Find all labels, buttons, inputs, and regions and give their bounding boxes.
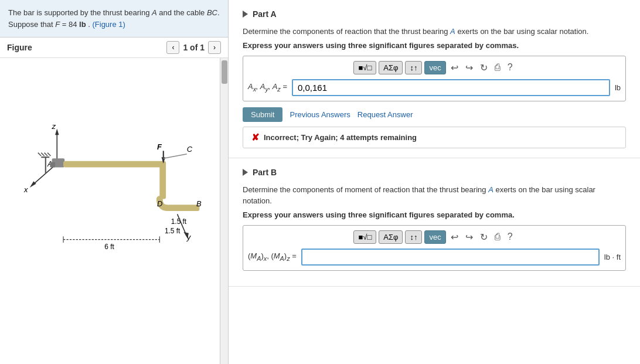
svg-text:C: C (187, 145, 193, 154)
part-b-toolbar-btn-vec[interactable]: vec (424, 230, 445, 244)
svg-rect-12 (168, 205, 199, 211)
toolbar-btn-matrix[interactable]: ■√□ (353, 61, 376, 74)
part-a-input-row: Ax, Ay, Az = lb (248, 79, 621, 96)
part-a-toolbar: ■√□ ΑΣφ ↕↑ vec ↩ ↪ ↻ ⎙ ? (248, 61, 621, 74)
part-a-prev-answers-link[interactable]: Previous Answers (290, 110, 350, 119)
figure-header: Figure ‹ 1 of 1 › (0, 38, 228, 58)
part-b-toolbar-btn-matrix[interactable]: ■√□ (353, 230, 376, 244)
right-panel: Part A Determine the components of react… (229, 0, 640, 364)
left-panel: The bar is supported by the thrust beari… (0, 0, 229, 364)
svg-text:6 ft: 6 ft (104, 243, 114, 251)
part-a-unit: lb (615, 83, 621, 92)
figure-link[interactable]: (Figure 1) (92, 20, 125, 29)
part-a-feedback-box: ✘ Incorrect; Try Again; 4 attempts remai… (243, 127, 626, 148)
part-b-header: Part B (243, 168, 626, 177)
svg-text:D: D (157, 199, 162, 208)
toolbar-redo-btn[interactable]: ↪ (463, 61, 475, 74)
part-a-header: Part A (243, 9, 626, 19)
part-b-section: Part B Determine the components of momen… (229, 158, 640, 287)
svg-rect-10 (63, 161, 165, 168)
figure-area: z x A D B (0, 58, 228, 364)
figure-label: Figure (7, 43, 32, 52)
part-b-toolbar-btn-greek[interactable]: ΑΣφ (379, 230, 403, 244)
collapse-icon-b[interactable] (243, 169, 248, 176)
part-a-request-answer-link[interactable]: Request Answer (358, 110, 413, 119)
svg-text:B: B (196, 199, 202, 208)
part-b-description: Determine the components of moment of re… (243, 184, 626, 207)
figure-next-btn[interactable]: › (208, 41, 221, 54)
part-b-toolbar-redo-btn[interactable]: ↪ (463, 230, 475, 244)
part-b-toolbar-btn-arrows[interactable]: ↕↑ (405, 230, 422, 244)
svg-text:1.5 ft: 1.5 ft (165, 227, 181, 235)
toolbar-undo-btn[interactable]: ↩ (448, 61, 461, 74)
part-a-feedback-text: Incorrect; Try Again; 4 attempts remaini… (264, 133, 417, 142)
toolbar-reset-btn[interactable]: ↻ (478, 61, 490, 74)
part-b-instruction: Express your answers using three signifi… (243, 210, 626, 219)
part-b-unit: lb · ft (604, 253, 621, 261)
part-a-section: Part A Determine the components of react… (229, 0, 640, 158)
part-a-submit-btn[interactable]: Submit (243, 107, 282, 122)
part-b-label: Part B (253, 168, 277, 177)
figure-prev-btn[interactable]: ‹ (166, 41, 179, 54)
figure-scrollbar[interactable] (220, 58, 228, 364)
figure-svg: z x A D B (0, 58, 228, 364)
svg-rect-11 (159, 161, 166, 199)
part-b-toolbar-reset-btn[interactable]: ↻ (478, 230, 490, 244)
toolbar-btn-greek[interactable]: ΑΣφ (379, 61, 403, 74)
part-a-input-label: Ax, Ay, Az = (248, 82, 287, 93)
part-a-input[interactable] (292, 79, 610, 96)
toolbar-btn-arrows[interactable]: ↕↑ (405, 61, 422, 74)
toolbar-keyboard-btn[interactable]: ⎙ (492, 61, 503, 74)
part-b-toolbar-help-btn[interactable]: ? (505, 230, 515, 243)
part-a-label: Part A (253, 9, 277, 19)
toolbar-help-btn[interactable]: ? (505, 61, 515, 74)
part-a-submit-row: Submit Previous Answers Request Answer (243, 107, 626, 122)
incorrect-icon: ✘ (251, 132, 259, 143)
part-b-input[interactable] (301, 249, 600, 266)
part-b-input-row: (MA)x, (MA)z = lb · ft (248, 249, 621, 266)
figure-nav-label: 1 of 1 (183, 43, 205, 52)
part-b-toolbar: ■√□ ΑΣφ ↕↑ vec ↩ ↪ ↻ ⎙ ? (248, 230, 621, 244)
part-a-description: Determine the components of reaction tha… (243, 26, 626, 38)
part-b-input-label: (MA)x, (MA)z = (248, 251, 297, 262)
part-a-answer-box: ■√□ ΑΣφ ↕↑ vec ↩ ↪ ↻ ⎙ ? Ax, Ay, Az = lb (243, 56, 626, 101)
part-a-instruction: Express your answers using three signifi… (243, 41, 626, 50)
part-b-toolbar-undo-btn[interactable]: ↩ (448, 230, 461, 244)
figure-nav: ‹ 1 of 1 › (166, 41, 221, 54)
svg-text:F: F (157, 142, 162, 151)
problem-statement: The bar is supported by the thrust beari… (0, 0, 228, 38)
toolbar-btn-vec[interactable]: vec (424, 61, 445, 74)
svg-text:z: z (52, 122, 56, 131)
svg-rect-9 (50, 162, 55, 168)
collapse-icon-a[interactable] (243, 11, 248, 18)
part-b-toolbar-keyboard-btn[interactable]: ⎙ (492, 230, 503, 243)
svg-text:x: x (23, 185, 28, 194)
part-b-answer-box: ■√□ ΑΣφ ↕↑ vec ↩ ↪ ↻ ⎙ ? (MA)x, (MA)z = … (243, 225, 626, 271)
